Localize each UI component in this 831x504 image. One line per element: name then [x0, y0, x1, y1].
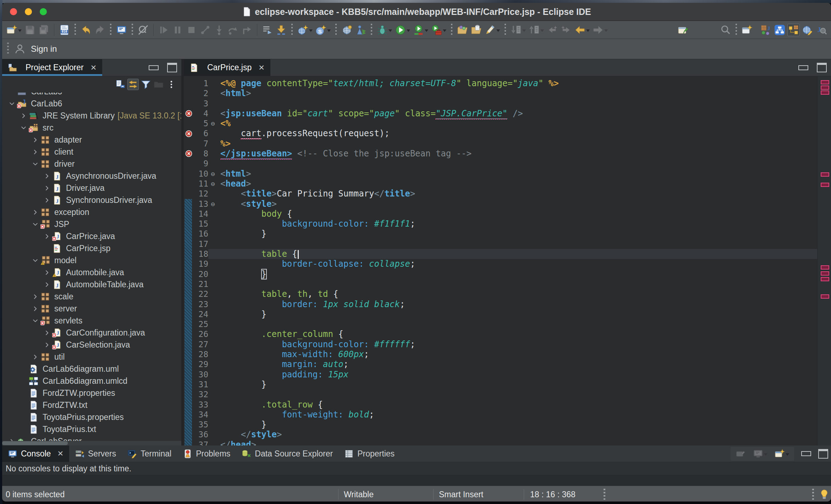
- code-line-15[interactable]: 15 background-color: #f1f1f1;: [184, 219, 818, 229]
- tree-item-carselection-java[interactable]: JCarSelection.java: [2, 339, 181, 351]
- notifications-bulb-icon[interactable]: [819, 486, 830, 502]
- tree-item-servlets[interactable]: servlets: [2, 315, 181, 327]
- expand-chevron-icon[interactable]: [30, 137, 40, 143]
- overview-error-marker[interactable]: [821, 172, 829, 177]
- ws-client-button[interactable]: [354, 24, 367, 36]
- dropdown-arrow-icon[interactable]: [389, 29, 392, 34]
- code-line-30[interactable]: 30 padding: 15px: [184, 370, 818, 380]
- tree-item-util[interactable]: util: [2, 351, 181, 363]
- run-button[interactable]: [394, 24, 411, 36]
- code-line-34[interactable]: 34 font-weight: bold;: [184, 410, 818, 420]
- tree-item-driver-java[interactable]: JDriver.java: [2, 182, 181, 194]
- expand-chevron-icon[interactable]: [42, 197, 52, 203]
- overview-error-marker[interactable]: [821, 277, 829, 281]
- code-line-19[interactable]: 19 border-collapse: collapse;: [184, 259, 818, 269]
- tab-problems[interactable]: Problems: [177, 445, 236, 462]
- code-line-17[interactable]: 17: [184, 239, 818, 249]
- dropdown-arrow-icon[interactable]: [764, 453, 767, 458]
- back-button[interactable]: [574, 24, 590, 36]
- collapse-chevron-icon[interactable]: [18, 125, 29, 131]
- code-line-31[interactable]: 31 }: [184, 380, 818, 389]
- collapse-chevron-icon[interactable]: [6, 101, 17, 107]
- collapse-chevron-icon[interactable]: [30, 318, 40, 324]
- code-line-8[interactable]: 8</jsp:useBean> <!-- Close the jsp:useBe…: [184, 149, 818, 159]
- tree-item-carconfiguration-java[interactable]: JCarConfiguration.java: [2, 327, 181, 339]
- tree-item-synchronousdriver-java[interactable]: JSynchronousDriver.java: [2, 194, 181, 206]
- overview-error-marker[interactable]: [821, 294, 829, 299]
- code-line-26[interactable]: 26 .center_column {: [184, 329, 818, 339]
- new-web-service-button[interactable]: [297, 24, 313, 36]
- new-wizard-button[interactable]: [6, 24, 22, 36]
- code-line-16[interactable]: 16 }: [184, 229, 818, 239]
- expand-chevron-icon[interactable]: [42, 342, 52, 348]
- tab-console[interactable]: Console✕: [2, 445, 69, 462]
- tree-item-adapter[interactable]: adapter: [2, 134, 181, 146]
- import-projects-button[interactable]: [456, 24, 469, 36]
- code-line-13[interactable]: 13⊖ <style>: [184, 199, 818, 209]
- dropdown-arrow-icon[interactable]: [327, 29, 331, 34]
- dropdown-arrow-icon[interactable]: [309, 29, 313, 34]
- expand-chevron-icon[interactable]: [42, 233, 52, 239]
- collapse-chevron-icon[interactable]: [30, 221, 40, 227]
- tree-item-driver[interactable]: driver: [2, 158, 181, 170]
- debug-perspective-button[interactable]: [774, 24, 786, 36]
- skip-breakpoints-button[interactable]: [137, 24, 149, 36]
- expand-chevron-icon[interactable]: [42, 270, 52, 276]
- statusbar-drag-handle[interactable]: [812, 489, 814, 500]
- overview-ruler[interactable]: [817, 76, 831, 445]
- tree-item-carprice-java[interactable]: JCarPrice.java: [2, 230, 181, 242]
- close-tab-icon[interactable]: ✕: [57, 449, 64, 458]
- dropdown-arrow-icon[interactable]: [496, 29, 500, 34]
- dropdown-arrow-icon[interactable]: [425, 29, 428, 34]
- expand-chevron-icon[interactable]: [42, 282, 52, 288]
- expand-chevron-icon[interactable]: [30, 294, 40, 300]
- open-perspective-button[interactable]: [741, 24, 753, 36]
- binary-editor-button[interactable]: 010: [58, 24, 71, 36]
- tab-properties[interactable]: Properties: [339, 445, 400, 462]
- tree-item-scale[interactable]: scale: [2, 290, 181, 303]
- overview-error-marker[interactable]: [821, 183, 829, 187]
- fold-collapse-icon[interactable]: ⊖: [208, 179, 218, 189]
- dropdown-arrow-icon[interactable]: [18, 29, 22, 34]
- tab-servers[interactable]: Servers: [69, 445, 122, 462]
- java-perspective-button[interactable]: J: [760, 24, 772, 36]
- collapse-chevron-icon[interactable]: [30, 161, 40, 167]
- jee-perspective-button[interactable]: [787, 24, 800, 36]
- code-line-25[interactable]: 25: [184, 319, 818, 329]
- cursor-position-status[interactable]: 18 : 16 : 368: [530, 486, 576, 502]
- tree-item-toyotaprius-properties[interactable]: ToyotaPrius.properties: [2, 411, 181, 423]
- tree-item-fordztw-txt[interactable]: FordZTW.txt: [2, 399, 181, 411]
- tab-carprice-jsp[interactable]: CarPrice.jsp ✕: [184, 59, 270, 76]
- collapse-all-button[interactable]: [115, 79, 126, 90]
- signin-row[interactable]: Sign in: [2, 39, 831, 59]
- pin-editor-button[interactable]: [677, 24, 689, 36]
- tree-item-exception[interactable]: exception: [2, 206, 181, 218]
- code-line-23[interactable]: 23 border: 1px solid black;: [184, 299, 818, 309]
- open-task-button[interactable]: [470, 24, 483, 36]
- minimize-view-icon[interactable]: [149, 65, 159, 70]
- code-line-5[interactable]: 5⊖<%: [184, 118, 818, 128]
- scrollbar-thumb[interactable]: [2, 441, 68, 445]
- expand-chevron-icon[interactable]: [18, 113, 29, 119]
- tab-data-source-explorer[interactable]: Data Source Explorer: [236, 445, 339, 462]
- tree-horizontal-scrollbar[interactable]: [2, 441, 181, 445]
- titlebar[interactable]: eclipse-workspace - KBB5/src/main/webapp…: [2, 3, 831, 21]
- expand-chevron-icon[interactable]: [6, 438, 17, 441]
- close-tab-icon[interactable]: ✕: [90, 63, 97, 72]
- tree-item-carlab6diagram-uml[interactable]: CarLab6diagram.uml: [2, 363, 181, 375]
- dropdown-arrow-icon[interactable]: [786, 453, 789, 458]
- dropdown-arrow-icon[interactable]: [586, 29, 590, 34]
- tree-item-model[interactable]: model: [2, 254, 181, 266]
- close-window-button[interactable]: [10, 8, 17, 15]
- overview-error-marker[interactable]: [821, 80, 829, 84]
- expand-chevron-icon[interactable]: [30, 209, 40, 215]
- dropdown-arrow-icon[interactable]: [407, 29, 410, 34]
- code-line-3[interactable]: 3: [184, 99, 818, 109]
- code-line-9[interactable]: 9: [184, 159, 818, 168]
- code-line-12[interactable]: 12 <title>Car Pricing Summary</title>: [184, 189, 818, 199]
- expand-chevron-icon[interactable]: [42, 185, 52, 191]
- dropdown-arrow-icon[interactable]: [604, 29, 608, 34]
- tree-item-carlab6[interactable]: CarLab6: [2, 98, 181, 110]
- tree-item-client[interactable]: client: [2, 146, 181, 158]
- code-line-36[interactable]: 36 </style>: [184, 430, 818, 439]
